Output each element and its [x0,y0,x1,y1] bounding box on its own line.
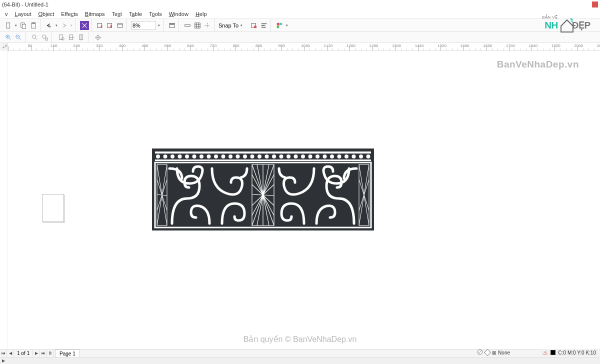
launch-icon[interactable] [275,21,284,30]
snap-to-dropdown[interactable]: Snap To ▾ [216,21,246,30]
menu-text[interactable]: Text [109,10,125,18]
title-bar: (64-Bit) - Untitled-1 [0,0,600,9]
svg-point-47 [286,154,290,158]
menu-object[interactable]: Object [36,10,58,18]
zoom-selection-icon[interactable] [30,33,40,42]
zoom-out-icon[interactable] [14,33,23,42]
svg-point-18 [32,34,36,38]
svg-point-29 [156,154,160,158]
artwork-panel[interactable] [152,148,374,230]
svg-point-45 [272,154,276,158]
first-page-icon[interactable]: ⏮ [0,350,7,357]
align-icon[interactable] [260,21,268,30]
canvas-area[interactable]: BanVeNhaDep.vn [0,51,600,349]
svg-rect-26 [155,152,371,154]
house-icon [558,16,576,34]
svg-point-31 [170,154,174,158]
fill-none-label: None [498,350,510,356]
page-navigator: ⏮ ◀ 1 of 1 ▶ ⏭ 🗎 Page 1 [0,349,600,357]
svg-point-53 [330,154,334,158]
page-tab[interactable]: Page 1 [55,350,80,357]
warning-icon: ⚠ [543,350,548,356]
svg-point-30 [164,154,168,158]
paste-icon[interactable] [29,21,38,30]
dropdown-arrow-icon[interactable]: ▾ [157,21,161,30]
scroll-left-icon[interactable]: ▶ [0,358,7,364]
guidelines-icon[interactable] [203,21,212,30]
svg-point-40 [236,154,240,158]
menu-bar: v Layout Object Effects Bitmaps Text Tab… [0,9,600,19]
svg-point-41 [243,154,247,158]
close-icon[interactable] [592,2,598,8]
menu-tools[interactable]: Tools [146,10,165,18]
svg-point-48 [294,154,298,158]
zoom-height-icon[interactable] [77,33,86,42]
svg-point-51 [316,154,320,158]
logo-nh: NH [544,20,558,30]
zoom-input[interactable] [131,21,156,30]
svg-point-52 [323,154,327,158]
color-readout: C:0 M:0 Y:0 K:10 [558,350,596,356]
menu-view[interactable]: v [2,10,11,18]
ruler-vertical [0,51,8,349]
menu-help[interactable]: Help [192,10,210,18]
menu-effects[interactable]: Effects [58,10,80,18]
status-fill: ⊠ None [477,349,510,356]
svg-rect-9 [170,24,174,24]
svg-point-56 [352,154,356,158]
svg-point-39 [228,154,232,158]
import-icon[interactable] [96,21,104,30]
search-icon[interactable] [80,21,89,30]
export-icon[interactable] [106,21,114,30]
svg-rect-15 [277,26,279,28]
svg-point-34 [192,154,196,158]
copy-icon[interactable] [19,21,28,30]
main-toolbar: ▾ ▾ ▾ ▾ Snap To ▾ ▾ [0,19,600,32]
diamond-icon [484,349,491,356]
svg-point-54 [338,154,342,158]
svg-point-50 [308,154,312,158]
logo-top-text: BẢN VẼ [542,15,558,20]
zoom-in-icon[interactable] [4,33,13,42]
brand-logo: BẢN VẼ NHĐẸP [540,11,595,39]
prev-page-icon[interactable]: ◀ [7,350,14,357]
scrollbar-horizontal[interactable]: ▶ [0,357,600,364]
last-page-icon[interactable]: ⏭ [40,350,47,357]
svg-point-58 [366,154,370,158]
redo-icon[interactable] [60,21,68,30]
fullscreen-icon[interactable] [168,21,176,30]
svg-rect-2 [22,24,26,28]
new-icon[interactable] [4,21,13,30]
options-icon[interactable] [250,21,258,30]
next-page-icon[interactable]: ▶ [33,350,40,357]
svg-point-33 [185,154,189,158]
menu-layout[interactable]: Layout [12,10,34,18]
dropdown-arrow-icon[interactable]: ▾ [54,21,58,30]
dropdown-arrow-icon[interactable]: ▾ [70,21,74,30]
grid-icon[interactable] [193,21,202,30]
pan-icon[interactable] [94,33,102,42]
svg-rect-13 [277,22,280,25]
zoom-all-icon[interactable] [40,33,50,42]
ruler-horizontal: + 08016024032040048056064072080088096010… [0,43,600,51]
menu-table[interactable]: Table [126,10,145,18]
dropdown-arrow-icon[interactable]: ▾ [14,21,18,30]
add-page-icon[interactable]: 🗎 [47,350,54,357]
menu-window[interactable]: Window [166,10,192,18]
svg-point-35 [200,154,204,158]
svg-point-44 [265,154,269,158]
status-color: ⚠ C:0 M:0 Y:0 K:10 [541,349,598,356]
title-text: (64-Bit) - Untitled-1 [2,2,48,8]
zoom-width-icon[interactable] [67,33,76,42]
svg-point-32 [178,154,182,158]
zoom-page-icon[interactable] [57,33,66,42]
no-fill-icon [477,349,483,356]
publish-icon[interactable] [116,21,124,30]
menu-bitmaps[interactable]: Bitmaps [82,10,108,18]
undo-icon[interactable] [44,21,54,30]
svg-point-38 [222,154,226,158]
rulers-icon[interactable] [183,21,192,30]
svg-point-57 [359,154,363,158]
svg-point-12 [254,26,256,28]
dropdown-arrow-icon[interactable]: ▾ [285,21,289,30]
